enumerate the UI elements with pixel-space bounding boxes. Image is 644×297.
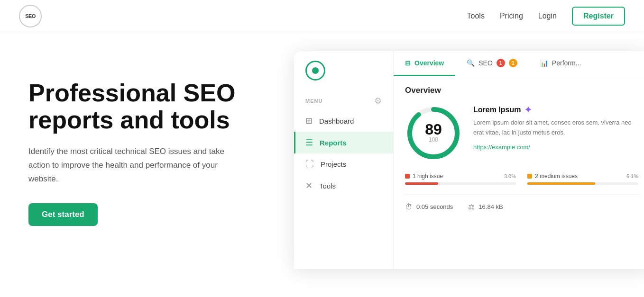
high-issue-percent: 3.0% — [504, 173, 516, 179]
magic-wand-icon: ✦ — [524, 105, 532, 115]
issue-medium: 2 medium issues 6.1% — [527, 173, 638, 185]
medium-issue-bar-fill — [527, 182, 595, 185]
tools-icon: ✕ — [305, 180, 313, 191]
tab-seo-badge-red: 1 — [497, 59, 505, 67]
sidebar-logo-dot — [312, 67, 319, 74]
issue-high: 1 high issue 3.0% — [405, 173, 516, 185]
tab-overview-label: Overview — [414, 59, 444, 67]
issues-row: 1 high issue 3.0% 2 medium issues — [405, 173, 638, 185]
nav-login[interactable]: Login — [538, 12, 557, 20]
get-started-button[interactable]: Get started — [28, 203, 98, 226]
score-info-link[interactable]: https://example.com/ — [473, 144, 530, 151]
tab-overview-icon: ⊟ — [405, 59, 411, 67]
tab-seo-badge-orange: 1 — [509, 59, 517, 67]
hero-text-block: Professional SEO reports and tools Ident… — [28, 61, 275, 226]
tabs-bar: ⊟ Overview 🔍 SEO 1 1 📊 Perform... — [394, 51, 644, 76]
score-number: 89 — [425, 121, 442, 138]
sidebar-item-projects[interactable]: ⛶ Projects — [294, 153, 393, 175]
dashboard-icon: ⊞ — [305, 116, 313, 126]
nav-pricing[interactable]: Pricing — [500, 12, 523, 20]
score-row: 89 100 Lorem Ipsum ✦ Lorem ipsum dolor s… — [405, 105, 638, 162]
stat-time-value: 0.05 seconds — [416, 203, 453, 210]
medium-issue-bar — [527, 182, 638, 185]
tab-perf-icon: 📊 — [540, 59, 548, 67]
main-content: ⊟ Overview 🔍 SEO 1 1 📊 Perform... — [394, 51, 644, 269]
tab-performance-label: Perform... — [552, 59, 581, 67]
dashboard-preview: MENU ⚙ ⊞ Dashboard ☰ Reports ⛶ Projects … — [294, 51, 644, 269]
stat-size: ⚖ 16.84 kB — [468, 202, 503, 211]
reports-icon: ☰ — [305, 137, 313, 148]
projects-icon: ⛶ — [305, 159, 314, 169]
high-issue-bar — [405, 182, 516, 185]
medium-issue-percent: 6.1% — [626, 173, 638, 179]
tab-overview[interactable]: ⊟ Overview — [394, 51, 455, 76]
header: SEO Tools Pricing Login Register — [0, 0, 644, 32]
medium-issue-label: 2 medium issues — [535, 173, 578, 180]
score-info-title: Lorem Ipsum ✦ — [473, 105, 638, 115]
hero-subtitle: Identify the most critical technical SEO… — [28, 145, 228, 186]
sidebar-projects-label: Projects — [321, 160, 346, 168]
medium-issue-dot — [527, 174, 532, 179]
sidebar-dashboard-label: Dashboard — [319, 117, 354, 125]
overview-heading: Overview — [405, 86, 638, 95]
score-text: 89 100 — [425, 121, 442, 143]
score-circle: 89 100 — [405, 105, 462, 162]
sidebar-item-tools[interactable]: ✕ Tools — [294, 175, 393, 197]
stat-size-value: 16.84 kB — [478, 203, 503, 210]
logo-icon: SEO — [19, 5, 42, 27]
preview-card: MENU ⚙ ⊞ Dashboard ☰ Reports ⛶ Projects … — [294, 51, 644, 269]
menu-label: MENU — [305, 98, 322, 104]
sidebar-menu-header: MENU ⚙ — [294, 90, 393, 110]
sidebar-item-dashboard[interactable]: ⊞ Dashboard — [294, 110, 393, 132]
scale-icon: ⚖ — [468, 202, 475, 211]
sidebar-tools-label: Tools — [319, 182, 336, 190]
nav-tools[interactable]: Tools — [467, 12, 485, 20]
tab-seo-label: SEO — [478, 59, 493, 67]
hero-section: Professional SEO reports and tools Ident… — [0, 32, 644, 297]
sidebar: MENU ⚙ ⊞ Dashboard ☰ Reports ⛶ Projects … — [294, 51, 394, 269]
sidebar-item-reports[interactable]: ☰ Reports — [294, 132, 393, 153]
high-issue-label: 1 high issue — [413, 173, 443, 180]
overview-panel: Overview 89 100 — [394, 76, 644, 221]
sidebar-logo — [294, 51, 393, 90]
logo: SEO — [19, 5, 42, 27]
tab-performance[interactable]: 📊 Perform... — [529, 51, 592, 76]
score-info: Lorem Ipsum ✦ Lorem ipsum dolor sit amet… — [473, 105, 638, 151]
stat-time: ⏱ 0.05 seconds — [405, 202, 453, 211]
timer-icon: ⏱ — [405, 203, 413, 211]
high-issue-dot — [405, 174, 410, 179]
register-button[interactable]: Register — [572, 7, 625, 26]
sidebar-reports-label: Reports — [320, 139, 347, 147]
sidebar-logo-icon — [305, 61, 325, 81]
bottom-stats: ⏱ 0.05 seconds ⚖ 16.84 kB — [405, 194, 638, 211]
settings-icon[interactable]: ⚙ — [374, 96, 382, 106]
score-info-body: Lorem ipsum dolor sit amet, consec eros … — [473, 118, 638, 138]
hero-title: Professional SEO reports and tools — [28, 80, 275, 134]
high-issue-bar-fill — [405, 182, 438, 185]
tab-seo-search-icon: 🔍 — [467, 59, 475, 67]
main-nav: Tools Pricing Login Register — [467, 7, 625, 26]
tab-seo[interactable]: 🔍 SEO 1 1 — [455, 51, 529, 76]
